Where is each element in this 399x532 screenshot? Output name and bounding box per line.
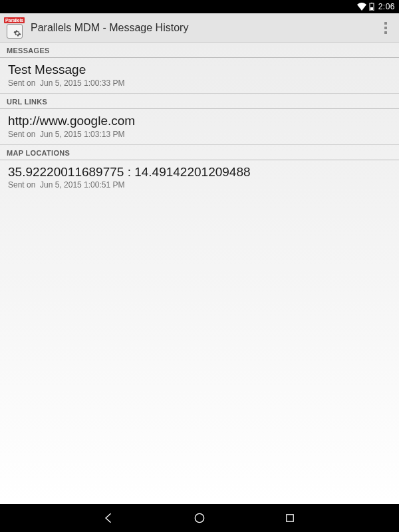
nav-home-button[interactable] [191,509,208,527]
status-bar: 2:06 [0,0,399,13]
app-icon: Parallels [4,17,25,39]
nav-back-button[interactable] [100,509,118,527]
battery-icon [369,3,374,11]
sent-timestamp: Jun 5, 2015 1:03:13 PM [40,130,124,139]
nav-recents-button[interactable] [281,509,299,527]
map-title: 35.92220011689775 : 14.49142201209488 [8,164,391,180]
sent-timestamp: Jun 5, 2015 1:00:33 PM [40,78,124,88]
list-item[interactable]: Test Message Sent on Jun 5, 2015 1:00:33… [0,58,399,94]
page-title: Parallels MDM - Message History [31,22,378,34]
sent-prefix: Sent on [8,78,35,88]
sent-timestamp: Jun 5, 2015 1:00:51 PM [40,180,124,190]
section-header-urls: URL LINKS [0,94,399,109]
wifi-icon [357,3,366,11]
svg-rect-2 [370,7,373,10]
action-bar: Parallels Parallels MDM - Message Histor… [0,13,399,43]
list-item[interactable]: http://www.google.com Sent on Jun 5, 201… [0,109,399,145]
nav-bar [0,504,399,532]
url-title: http://www.google.com [8,113,391,129]
sent-prefix: Sent on [8,130,35,139]
status-clock: 2:06 [378,2,395,11]
map-sent-line: Sent on Jun 5, 2015 1:00:51 PM [8,180,391,190]
section-header-messages: MESSAGES [0,43,399,58]
list-item[interactable]: 35.92220011689775 : 14.49142201209488 Se… [0,160,399,196]
section-header-maps: MAP LOCATIONS [0,145,399,160]
svg-rect-4 [287,515,294,522]
content-scroll[interactable]: MESSAGES Test Message Sent on Jun 5, 201… [0,43,399,504]
message-sent-line: Sent on Jun 5, 2015 1:00:33 PM [8,78,391,88]
svg-rect-1 [371,3,372,3]
app-icon-badge: Parallels [4,17,25,23]
sent-prefix: Sent on [8,180,35,190]
url-sent-line: Sent on Jun 5, 2015 1:03:13 PM [8,130,391,139]
message-title: Test Message [8,62,391,78]
overflow-menu-button[interactable] [378,17,394,39]
svg-point-3 [195,513,203,522]
